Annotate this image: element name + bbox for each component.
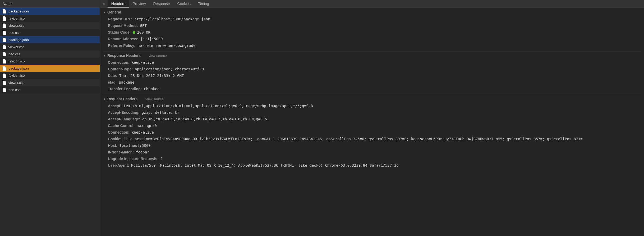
header-row: Referrer Policy:no-referrer-when-downgra… — [103, 42, 641, 49]
header-row: Accept-Encoding:gzip, deflate, br — [103, 109, 641, 116]
header-value: foobar — [136, 149, 149, 155]
section-title-general[interactable]: General — [103, 10, 641, 14]
header-key: User-Agent: — [108, 163, 129, 168]
header-key: Transfer-Encoding: — [108, 86, 142, 92]
tab-preview[interactable]: Preview — [129, 0, 150, 8]
section-title-response[interactable]: Response Headers view source — [103, 53, 641, 58]
header-value: keep-alive — [132, 60, 154, 65]
header-row: etag:package — [103, 79, 641, 86]
header-value: application/json; charset=utf-8 — [135, 66, 204, 72]
sidebar-header[interactable]: Name — [0, 0, 100, 8]
section-response-headers: Response Headers view source Connection:… — [103, 52, 641, 92]
file-row[interactable]: favicon.ico — [0, 72, 100, 79]
header-value: package — [119, 80, 134, 85]
file-name: favicon.ico — [8, 59, 25, 63]
file-name: viewer.css — [8, 81, 24, 85]
file-row[interactable]: viewer.css — [0, 43, 100, 51]
header-value: max-age=0 — [137, 123, 157, 129]
header-row: Cache-Control:max-age=0 — [103, 122, 641, 129]
file-icon — [3, 59, 6, 63]
header-key: Request Method: — [108, 23, 138, 29]
file-icon — [3, 38, 6, 42]
file-icon — [3, 81, 6, 85]
section-title-label: Request Headers — [107, 97, 137, 101]
header-value: 1 — [160, 156, 163, 162]
header-row: Status Code:200 OK — [103, 29, 641, 36]
header-row: Transfer-Encoding:chunked — [103, 86, 641, 92]
header-key: If-None-Match: — [108, 149, 134, 155]
header-row: Request URL:http://localhost:5000/packag… — [103, 16, 641, 22]
file-list: package.jsonfavicon.icoviewer.cssneo.css… — [0, 8, 100, 236]
header-key: Remote Address: — [108, 36, 138, 42]
header-row: Content-Type:application/json; charset=u… — [103, 66, 641, 72]
section-title-label: General — [107, 10, 121, 14]
header-row: Date:Thu, 28 Dec 2017 21:33:42 GMT — [103, 72, 641, 79]
file-row[interactable]: favicon.ico — [0, 15, 100, 22]
header-value: en-US,en;q=0.9,ja;q=0.8,zh-TW;q=0.7,zh;q… — [142, 116, 267, 122]
file-row[interactable]: viewer.css — [0, 79, 100, 86]
header-value: gzip, deflate, br — [142, 110, 180, 115]
header-key: Upgrade-Insecure-Requests: — [108, 156, 158, 162]
header-key: Referrer Policy: — [108, 43, 135, 48]
header-row: Cookie:kite-session=BeFfoEyVE4n9DRO0oaOR… — [103, 136, 641, 142]
header-value: kite-session=BeFfoEyVE4n9DRO0oaORtfzib3R… — [123, 136, 582, 142]
header-value: chunked — [144, 86, 159, 92]
header-row: Connection:keep-alive — [103, 129, 641, 136]
file-name: viewer.css — [8, 24, 24, 28]
header-value: text/html,application/xhtml+xml,applicat… — [123, 103, 313, 109]
header-key: Request URL: — [108, 16, 132, 22]
section-title-request[interactable]: Request Headers view source — [103, 97, 641, 101]
header-key: Accept: — [108, 103, 121, 109]
header-row: Connection:keep-alive — [103, 59, 641, 66]
file-icon — [3, 45, 6, 49]
view-source-link[interactable]: view source — [145, 97, 164, 101]
header-key: Status Code: — [108, 30, 131, 35]
file-row[interactable]: package.json — [0, 65, 100, 72]
file-icon — [3, 9, 6, 13]
file-name: favicon.ico — [8, 16, 25, 20]
header-row: Remote Address:[::1]:5000 — [103, 36, 641, 42]
file-icon — [3, 88, 6, 92]
file-name: neo.css — [8, 52, 20, 56]
header-key: Cookie: — [108, 136, 121, 142]
header-value: Thu, 28 Dec 2017 21:33:42 GMT — [119, 73, 184, 79]
file-row[interactable]: package.json — [0, 8, 100, 15]
details-pane: × HeadersPreviewResponseCookiesTiming Ge… — [100, 0, 644, 236]
header-key: Host: — [108, 143, 117, 148]
header-value: Mozilla/5.0 (Macintosh; Intel Mac OS X 1… — [131, 163, 398, 168]
file-icon — [3, 66, 6, 71]
section-request-headers: Request Headers view source Accept:text/… — [103, 95, 641, 169]
file-row[interactable]: viewer.css — [0, 22, 100, 29]
tab-cookies[interactable]: Cookies — [174, 0, 195, 8]
section-general: General Request URL:http://localhost:500… — [103, 10, 641, 49]
header-key: etag: — [108, 80, 117, 85]
file-row[interactable]: neo.css — [0, 51, 100, 58]
file-name: neo.css — [8, 88, 20, 92]
header-value: 200 OK — [133, 30, 150, 35]
header-key: Connection: — [108, 130, 130, 135]
header-row: Accept:text/html,application/xhtml+xml,a… — [103, 103, 641, 109]
file-name: viewer.css — [8, 45, 24, 49]
file-icon — [3, 24, 6, 28]
file-row[interactable]: neo.css — [0, 86, 100, 93]
file-row[interactable]: neo.css — [0, 29, 100, 36]
tab-response[interactable]: Response — [149, 0, 173, 8]
header-row: Request Method:GET — [103, 22, 641, 29]
tab-headers[interactable]: Headers — [108, 0, 129, 8]
view-source-link[interactable]: view source — [149, 54, 167, 58]
header-row: Upgrade-Insecure-Requests:1 — [103, 156, 641, 162]
tabs-bar: × HeadersPreviewResponseCookiesTiming — [100, 0, 644, 8]
close-icon[interactable]: × — [100, 2, 108, 6]
file-icon — [3, 52, 6, 56]
section-title-label: Response Headers — [107, 53, 141, 58]
tab-timing[interactable]: Timing — [194, 0, 213, 8]
header-key: Content-Type: — [108, 66, 133, 72]
file-name: favicon.ico — [8, 74, 25, 78]
network-sidebar: Name package.jsonfavicon.icoviewer.cssne… — [0, 0, 100, 236]
file-row[interactable]: favicon.ico — [0, 58, 100, 65]
file-row[interactable]: package.json — [0, 36, 100, 43]
header-value: http://localhost:5000/package.json — [135, 16, 210, 22]
file-icon — [3, 31, 6, 35]
header-row: Host:localhost:5000 — [103, 142, 641, 149]
header-key: Connection: — [108, 60, 130, 65]
